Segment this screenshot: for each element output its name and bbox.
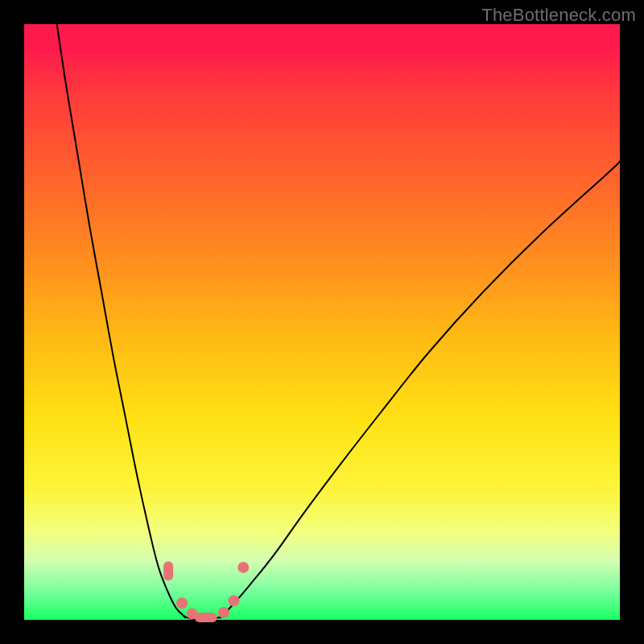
highlight-points: [163, 561, 249, 622]
highlight-point: [163, 561, 173, 580]
bottleneck-curve: [57, 24, 620, 620]
chart-frame: TheBottleneck.com: [0, 0, 644, 644]
attribution-text: TheBottleneck.com: [481, 5, 636, 26]
highlight-point: [237, 562, 249, 573]
plot-area: [24, 24, 620, 620]
highlight-point: [218, 607, 229, 618]
highlight-point: [176, 597, 188, 609]
highlight-point: [229, 595, 240, 606]
curve-layer: [24, 24, 620, 620]
highlight-point: [195, 613, 217, 622]
